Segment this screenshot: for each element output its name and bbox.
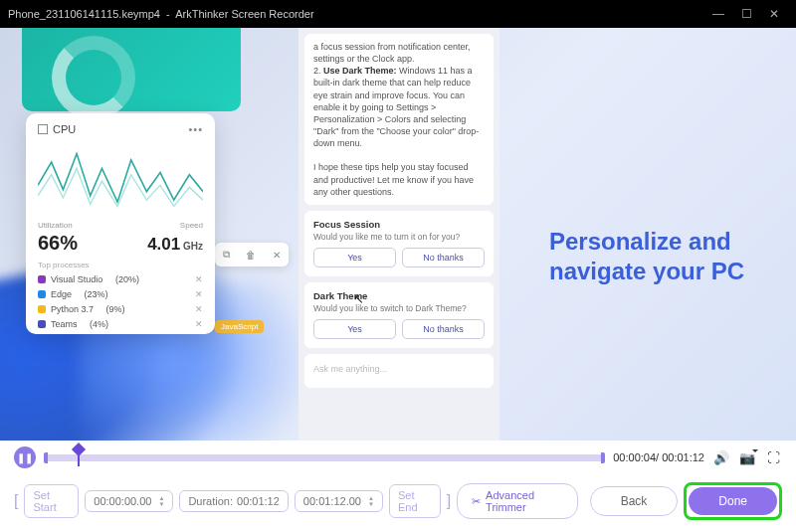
- bracket-start-icon: [: [14, 492, 18, 510]
- set-start-button[interactable]: Set Start: [24, 484, 79, 518]
- promo-headline: Personalize and navigate your PC: [549, 227, 768, 286]
- yes-button[interactable]: Yes: [313, 248, 396, 267]
- suggestion-card-focus: Focus Session Would you like me to turn …: [304, 211, 494, 276]
- set-end-button[interactable]: Set End: [389, 484, 441, 518]
- bracket-end-icon: ]: [447, 492, 451, 510]
- card-title: Dark Theme: [313, 290, 485, 301]
- card-subtitle: Would you like to switch to Dark Theme?: [313, 303, 485, 313]
- close-icon: ✕: [195, 319, 203, 329]
- cpu-util-value: 66%: [38, 232, 78, 255]
- chat-input[interactable]: Ask me anything...: [304, 354, 494, 388]
- volume-icon[interactable]: 🔊: [712, 450, 730, 465]
- fullscreen-icon[interactable]: ⛶: [764, 450, 782, 465]
- language-chip: JavaScript: [215, 320, 264, 333]
- seek-thumb[interactable]: [78, 448, 80, 466]
- scissors-icon: ✂: [472, 495, 481, 508]
- card-subtitle: Would you like me to turn it on for you?: [313, 232, 485, 242]
- widget-tile: [22, 28, 241, 111]
- process-row: Teams (4%)✕: [38, 319, 203, 329]
- chat-message: a focus session from notification center…: [304, 34, 494, 205]
- process-row: Edge (23%)✕: [38, 289, 203, 299]
- mini-toolbar: ⧉ 🗑 ✕: [215, 243, 289, 266]
- maximize-button[interactable]: ☐: [732, 7, 760, 21]
- card-title: Focus Session: [313, 219, 485, 230]
- process-row: Python 3.7 (9%)✕: [38, 304, 203, 314]
- process-icon: [38, 320, 46, 328]
- minimize-button[interactable]: —: [704, 7, 732, 21]
- cpu-speed-unit: GHz: [183, 241, 203, 252]
- close-icon: ✕: [273, 250, 281, 261]
- end-timecode[interactable]: 00:01:12.00▲▼: [295, 490, 383, 512]
- back-button[interactable]: Back: [590, 486, 679, 516]
- more-icon: •••: [188, 123, 203, 135]
- snapshot-icon[interactable]: 📷: [738, 450, 756, 465]
- time-display: 00:00:04/ 00:01:12: [613, 451, 704, 463]
- done-button[interactable]: Done: [689, 487, 777, 515]
- process-icon: [38, 275, 46, 283]
- top-processes-label: Top processes: [38, 261, 203, 269]
- close-icon: ✕: [195, 304, 203, 314]
- cpu-util-label: Utilization: [38, 221, 73, 230]
- cpu-title: CPU: [53, 123, 76, 135]
- process-row: Visual Studio (20%)✕: [38, 274, 203, 284]
- done-highlight: Done: [684, 482, 782, 520]
- cpu-speed-value: 4.01: [147, 235, 180, 254]
- suggestion-card-dark: Dark Theme Would you like to switch to D…: [304, 282, 494, 348]
- cursor-icon: ↖: [353, 291, 364, 306]
- duration-field[interactable]: Duration:00:01:12: [179, 490, 288, 512]
- window-title: Phone_231106141115.keymp4 - ArkThinker S…: [8, 8, 704, 20]
- process-icon: [38, 290, 46, 298]
- chat-panel: a focus session from notification center…: [298, 28, 499, 441]
- video-preview: ⧉ 🗑 ✕ JavaScript CPU ••• Utilization Spe…: [0, 28, 796, 441]
- trash-icon: 🗑: [246, 250, 256, 261]
- process-icon: [38, 305, 46, 313]
- seek-track[interactable]: [44, 448, 605, 466]
- advanced-trimmer-button[interactable]: ✂Advanced Trimmer: [457, 483, 578, 519]
- close-icon: ✕: [195, 289, 203, 299]
- cpu-chip-icon: [38, 124, 48, 134]
- close-icon: ✕: [195, 274, 203, 284]
- title-appname: ArkThinker Screen Recorder: [175, 8, 313, 20]
- cpu-chart: [38, 143, 203, 217]
- copy-icon: ⧉: [223, 249, 230, 261]
- title-filename: Phone_231106141115.keymp4: [8, 8, 160, 20]
- no-button[interactable]: No thanks: [402, 248, 485, 267]
- cpu-widget: CPU ••• Utilization Speed 66% 4.01 GHz T…: [26, 113, 215, 334]
- no-button[interactable]: No thanks: [402, 319, 485, 339]
- pause-button[interactable]: ❚❚: [14, 446, 36, 468]
- close-button[interactable]: ✕: [760, 7, 788, 21]
- cpu-speed-label: Speed: [180, 221, 203, 230]
- yes-button[interactable]: Yes: [313, 319, 396, 339]
- start-timecode[interactable]: 00:00:00.00▲▼: [85, 490, 173, 512]
- titlebar: Phone_231106141115.keymp4 - ArkThinker S…: [0, 0, 796, 28]
- player-controls: ❚❚ 00:00:04/ 00:01:12 🔊 📷 ⛶ [ Set Start …: [0, 441, 796, 532]
